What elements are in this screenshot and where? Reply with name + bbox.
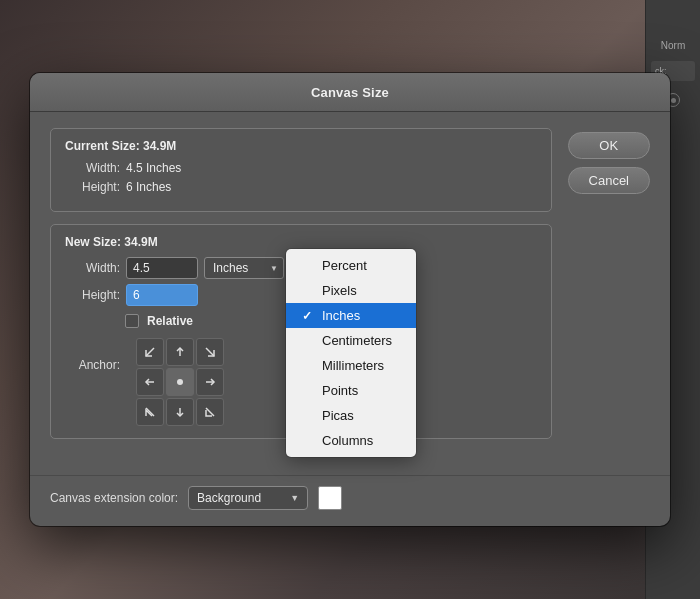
- anchor-label: Anchor:: [65, 338, 120, 372]
- canvas-extension-label: Canvas extension color:: [50, 491, 178, 505]
- unit-selected-label: Inches: [213, 261, 248, 275]
- arrow-bl-icon: [143, 405, 157, 419]
- current-width-value: 4.5 Inches: [126, 161, 181, 175]
- new-width-label: Width:: [65, 261, 120, 275]
- canvas-extension-color-row: Canvas extension color: Background ▼: [30, 475, 670, 526]
- new-width-row: Width: Inches Percent: [65, 257, 537, 279]
- anchor-cell-center[interactable]: [166, 368, 194, 396]
- extension-color-value: Background: [197, 491, 286, 505]
- unit-label-pixels: Pixels: [322, 283, 357, 298]
- new-height-input[interactable]: [126, 284, 198, 306]
- dialog-main: Current Size: 34.9M Width: 4.5 Inches He…: [50, 128, 552, 451]
- unit-option-inches[interactable]: ✓ Inches: [286, 303, 416, 328]
- dialog-body: Current Size: 34.9M Width: 4.5 Inches He…: [30, 112, 670, 471]
- arrow-tc-icon: [173, 345, 187, 359]
- unit-label-columns: Columns: [322, 433, 373, 448]
- unit-dropdown-trigger[interactable]: Inches: [204, 257, 284, 279]
- anchor-cell-bl[interactable]: [136, 398, 164, 426]
- arrow-br-icon: [203, 405, 217, 419]
- unit-label-percent: Percent: [322, 258, 367, 273]
- unit-label-points: Points: [322, 383, 358, 398]
- anchor-cell-ml[interactable]: [136, 368, 164, 396]
- svg-line-2: [206, 348, 214, 356]
- relative-label: Relative: [147, 314, 193, 328]
- anchor-cell-tr[interactable]: [196, 338, 224, 366]
- new-width-input[interactable]: [126, 257, 198, 279]
- new-size-section: New Size: 34.9M Width: Inches: [50, 224, 552, 439]
- current-size-title: Current Size: 34.9M: [65, 139, 537, 153]
- unit-label-inches: Inches: [322, 308, 360, 323]
- svg-line-0: [146, 348, 154, 356]
- dialog-titlebar: Canvas Size: [30, 73, 670, 112]
- unit-label-centimeters: Centimeters: [322, 333, 392, 348]
- new-size-title: New Size: 34.9M: [65, 235, 537, 249]
- check-inches: ✓: [302, 309, 316, 323]
- unit-option-centimeters[interactable]: Centimeters: [286, 328, 416, 353]
- arrow-mr-icon: [203, 375, 217, 389]
- unit-option-picas[interactable]: Picas: [286, 403, 416, 428]
- dropdown-arrow-icon: ▼: [290, 493, 299, 503]
- unit-label-millimeters: Millimeters: [322, 358, 384, 373]
- anchor-center-dot: [177, 379, 183, 385]
- arrow-bc-icon: [173, 405, 187, 419]
- svg-line-7: [206, 408, 214, 416]
- unit-option-points[interactable]: Points: [286, 378, 416, 403]
- unit-option-columns[interactable]: Columns: [286, 428, 416, 453]
- current-height-row: Height: 6 Inches: [65, 180, 537, 194]
- current-height-label: Height:: [65, 180, 120, 194]
- dialog-actions: OK Cancel: [568, 128, 650, 451]
- anchor-cell-tc[interactable]: [166, 338, 194, 366]
- unit-dropdown-menu: Percent Pixels ✓ Inches: [286, 249, 416, 457]
- ok-button[interactable]: OK: [568, 132, 650, 159]
- anchor-cell-tl[interactable]: [136, 338, 164, 366]
- current-width-label: Width:: [65, 161, 120, 175]
- anchor-grid: [136, 338, 224, 426]
- current-width-row: Width: 4.5 Inches: [65, 161, 537, 175]
- relative-checkbox[interactable]: [125, 314, 139, 328]
- arrow-tl-icon: [143, 345, 157, 359]
- unit-option-percent[interactable]: Percent: [286, 253, 416, 278]
- cancel-button[interactable]: Cancel: [568, 167, 650, 194]
- canvas-size-dialog: Canvas Size Current Size: 34.9M Width: 4…: [30, 73, 670, 526]
- arrow-ml-icon: [143, 375, 157, 389]
- extension-color-dropdown[interactable]: Background ▼: [188, 486, 308, 510]
- anchor-cell-bc[interactable]: [166, 398, 194, 426]
- new-height-label: Height:: [65, 288, 120, 302]
- unit-dropdown-container: Inches Percent Pixels: [204, 257, 284, 279]
- unit-option-millimeters[interactable]: Millimeters: [286, 353, 416, 378]
- unit-option-pixels[interactable]: Pixels: [286, 278, 416, 303]
- unit-label-picas: Picas: [322, 408, 354, 423]
- panel-mode-label: Norm: [661, 40, 685, 51]
- anchor-cell-mr[interactable]: [196, 368, 224, 396]
- anchor-cell-br[interactable]: [196, 398, 224, 426]
- current-height-value: 6 Inches: [126, 180, 171, 194]
- current-size-section: Current Size: 34.9M Width: 4.5 Inches He…: [50, 128, 552, 212]
- color-swatch[interactable]: [318, 486, 342, 510]
- dialog-title: Canvas Size: [311, 85, 389, 100]
- arrow-tr-icon: [203, 345, 217, 359]
